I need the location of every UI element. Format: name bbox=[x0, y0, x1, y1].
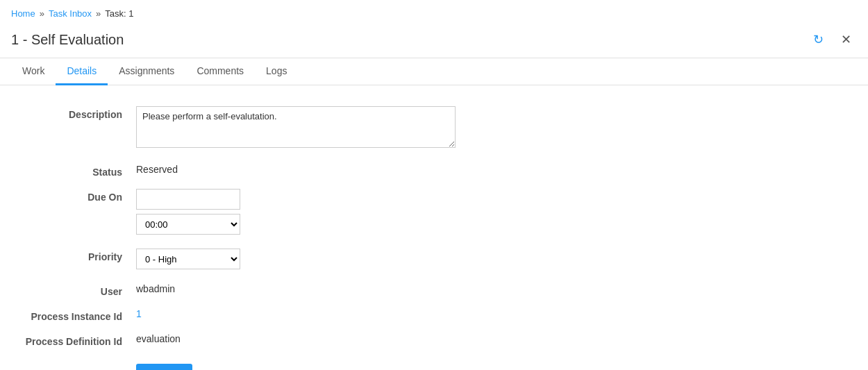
close-button[interactable]: ✕ bbox=[835, 28, 857, 51]
description-label: Description bbox=[11, 102, 136, 160]
due-on-date-input[interactable] bbox=[136, 189, 240, 210]
tab-assignments[interactable]: Assignments bbox=[108, 58, 185, 85]
process-definition-text: evaluation bbox=[136, 333, 181, 344]
due-on-container: 00:00 01:00 06:00 12:00 18:00 bbox=[136, 189, 567, 235]
description-textarea[interactable]: Please perform a self-evalutation. bbox=[136, 106, 456, 148]
status-label: Status bbox=[11, 160, 136, 185]
process-definition-value: evaluation bbox=[136, 329, 567, 354]
process-instance-label: Process Instance Id bbox=[11, 304, 136, 329]
tab-bar: Work Details Assignments Comments Logs bbox=[0, 58, 868, 85]
user-label: User bbox=[11, 279, 136, 304]
process-instance-row: Process Instance Id 1 bbox=[11, 304, 567, 329]
due-on-label: Due On bbox=[11, 185, 136, 244]
close-icon: ✕ bbox=[841, 32, 851, 47]
user-text: wbadmin bbox=[136, 280, 175, 294]
due-on-time-select[interactable]: 00:00 01:00 06:00 12:00 18:00 bbox=[136, 214, 240, 235]
breadcrumb-sep-2: » bbox=[96, 8, 101, 19]
tab-logs[interactable]: Logs bbox=[255, 58, 298, 85]
refresh-button[interactable]: ↻ bbox=[807, 28, 829, 51]
header-actions: ↻ ✕ bbox=[807, 28, 857, 51]
breadcrumb-home[interactable]: Home bbox=[11, 8, 35, 19]
status-row: Status Reserved bbox=[11, 160, 567, 185]
user-value: wbadmin bbox=[136, 279, 567, 304]
status-value: Reserved bbox=[136, 160, 567, 185]
breadcrumb-task-inbox[interactable]: Task Inbox bbox=[49, 8, 92, 19]
tab-work[interactable]: Work bbox=[11, 58, 56, 85]
details-form: Description Please perform a self-evalut… bbox=[11, 102, 567, 370]
process-definition-label: Process Definition Id bbox=[11, 329, 136, 354]
form-content: Description Please perform a self-evalut… bbox=[0, 85, 868, 370]
tab-comments[interactable]: Comments bbox=[185, 58, 255, 85]
status-text: Reserved bbox=[136, 161, 178, 175]
tab-details[interactable]: Details bbox=[56, 58, 108, 85]
process-definition-row: Process Definition Id evaluation bbox=[11, 329, 567, 354]
priority-label: Priority bbox=[11, 244, 136, 279]
priority-select[interactable]: 0 - High 1 - Medium 2 - Low bbox=[136, 249, 240, 269]
breadcrumb: Home » Task Inbox » Task: 1 bbox=[0, 0, 868, 24]
breadcrumb-sep-1: » bbox=[40, 8, 44, 19]
user-row: User wbadmin bbox=[11, 279, 567, 304]
refresh-icon: ↻ bbox=[813, 32, 824, 47]
breadcrumb-current: Task: 1 bbox=[105, 8, 133, 19]
priority-value: 0 - High 1 - Medium 2 - Low bbox=[136, 244, 567, 279]
page-title: 1 - Self Evaluation bbox=[11, 32, 124, 48]
update-row: Update bbox=[11, 354, 567, 370]
update-spacer bbox=[11, 354, 136, 370]
priority-row: Priority 0 - High 1 - Medium 2 - Low bbox=[11, 244, 567, 279]
due-on-value: 00:00 01:00 06:00 12:00 18:00 bbox=[136, 185, 567, 244]
process-instance-link[interactable]: 1 bbox=[136, 308, 142, 319]
update-button[interactable]: Update bbox=[136, 364, 192, 370]
description-row: Description Please perform a self-evalut… bbox=[11, 102, 567, 160]
update-value: Update bbox=[136, 354, 567, 370]
process-instance-value: 1 bbox=[136, 304, 567, 329]
page-header: 1 - Self Evaluation ↻ ✕ bbox=[0, 24, 868, 58]
due-on-row: Due On 00:00 01:00 06:00 12:00 18:00 bbox=[11, 185, 567, 244]
description-value: Please perform a self-evalutation. bbox=[136, 102, 567, 160]
